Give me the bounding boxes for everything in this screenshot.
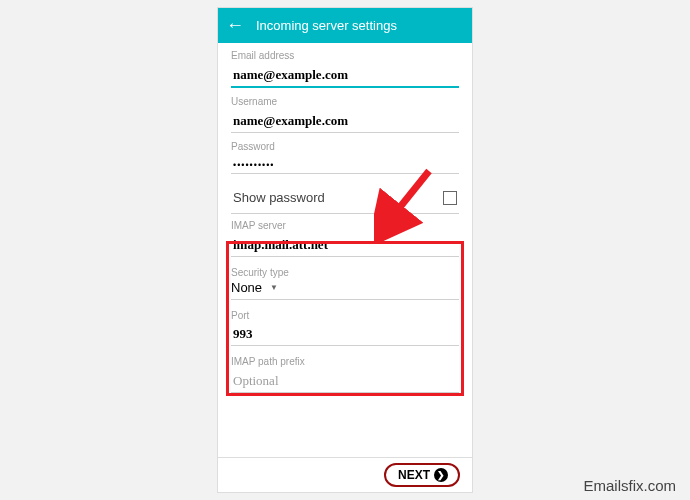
username-label: Username (231, 96, 459, 107)
back-arrow-icon[interactable]: ← (226, 15, 244, 36)
path-prefix-group: IMAP path prefix (231, 356, 459, 393)
path-prefix-input[interactable] (231, 369, 459, 393)
app-header: ← Incoming server settings (218, 8, 472, 43)
settings-screen: ← Incoming server settings Email address… (217, 7, 473, 493)
port-group: Port 993 (231, 310, 459, 346)
imap-server-group: IMAP server (231, 220, 459, 257)
password-group: Password (231, 141, 459, 174)
password-label: Password (231, 141, 459, 152)
show-password-label: Show password (233, 190, 325, 205)
port-label: Port (231, 310, 459, 321)
password-input[interactable] (231, 156, 459, 174)
security-value: None (231, 280, 262, 295)
imap-server-input[interactable] (231, 233, 459, 257)
imap-server-label: IMAP server (231, 220, 459, 231)
show-password-row: Show password (231, 182, 459, 214)
path-prefix-label: IMAP path prefix (231, 356, 459, 367)
chevron-down-icon: ▼ (270, 283, 278, 292)
security-group: Security type None ▼ (231, 267, 459, 300)
chevron-right-circle-icon: ❯ (434, 468, 448, 482)
port-input[interactable]: 993 (231, 323, 459, 346)
form-content: Email address Username Password Show pas… (218, 43, 472, 457)
show-password-checkbox[interactable] (443, 191, 457, 205)
footer-bar: NEXT ❯ (218, 457, 472, 492)
email-input[interactable] (231, 63, 459, 88)
security-select[interactable]: None ▼ (231, 280, 459, 300)
next-button-label: NEXT (398, 468, 430, 482)
username-input[interactable] (231, 109, 459, 133)
watermark: Emailsfix.com (583, 477, 676, 494)
page-title: Incoming server settings (256, 18, 397, 33)
security-label: Security type (231, 267, 459, 278)
next-button[interactable]: NEXT ❯ (384, 463, 460, 487)
email-group: Email address (231, 50, 459, 88)
username-group: Username (231, 96, 459, 133)
email-label: Email address (231, 50, 459, 61)
